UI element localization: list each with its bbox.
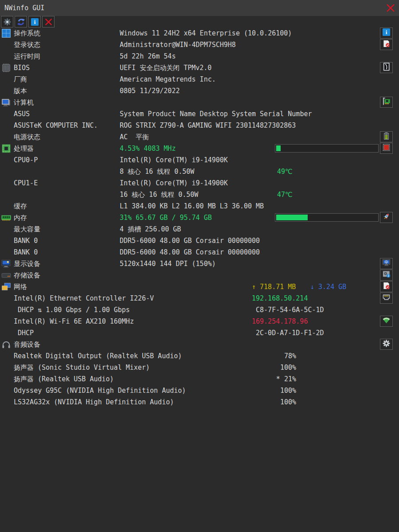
row-label: 运行时间 xyxy=(14,51,40,62)
info-row: 运行时间5d 22h 26m 54s xyxy=(0,51,399,62)
svg-text:i: i xyxy=(386,29,387,35)
refresh-button[interactable] xyxy=(15,16,27,27)
window-title: NWinfo GUI xyxy=(4,0,44,16)
row-label: BANK 0 xyxy=(14,246,38,258)
usage-progress-bar xyxy=(275,213,379,222)
wifi-icon xyxy=(382,316,391,325)
row-value: System Product Name Desktop System Seria… xyxy=(120,108,312,120)
info-row: BIOSUEFI 安全启动关闭 TPMv2.0 xyxy=(0,62,399,74)
settings-button[interactable] xyxy=(1,16,13,27)
info-row: Intel(R) Ethernet Controller I226-V192.1… xyxy=(0,293,399,304)
page-edit-button[interactable] xyxy=(380,281,393,292)
volume-percent: 78% xyxy=(248,350,296,362)
display-monitor-icon xyxy=(1,259,11,269)
row-label: 操作系统 xyxy=(14,27,40,39)
computer-monitor-icon xyxy=(1,98,11,107)
row-label: 厂商 xyxy=(14,74,27,85)
row-label: Realtek Digital Output (Realtek USB Audi… xyxy=(14,350,182,362)
row-label: 版本 xyxy=(14,85,27,97)
info-blue-icon: i xyxy=(382,28,391,36)
info-row: 计算机 xyxy=(0,97,399,108)
row-value: 5120x1440 144 DPI (150%) xyxy=(120,258,216,270)
row-label: 扬声器 (Realtek USB Audio) xyxy=(14,373,114,385)
rocket-icon xyxy=(382,212,391,221)
volume-percent: * 21% xyxy=(248,373,296,385)
page-edit-button[interactable] xyxy=(380,39,393,50)
cpu-chip-icon xyxy=(1,144,11,153)
row-label: 电源状态 xyxy=(14,131,40,143)
row-value: Administrator@WIN-4DPM7SCH9H8 xyxy=(120,39,236,51)
gear-light-button[interactable] xyxy=(380,339,393,350)
row-value: 5d 22h 26m 54s xyxy=(120,51,176,62)
row-value: Intel(R) Core(TM) i9-14900K xyxy=(120,177,228,189)
row-value: 16 核心 16 线程 0.50W xyxy=(120,189,198,200)
row-label: 计算机 xyxy=(14,97,34,108)
info-blue-icon: i xyxy=(31,18,39,26)
row-label: CPU1-E xyxy=(14,177,38,189)
firmware-doc-button[interactable] xyxy=(380,62,393,73)
row-label: 网络 xyxy=(14,281,27,293)
row-value: Intel(R) Core(TM) i9-14900K xyxy=(120,154,228,166)
rocket-button[interactable] xyxy=(380,212,393,223)
drive-info-button[interactable] xyxy=(380,270,393,281)
row-label: 最大容量 xyxy=(14,223,40,235)
about-button[interactable]: i xyxy=(28,16,41,27)
temperature-value: 47℃ xyxy=(277,189,293,200)
drive-info-icon xyxy=(382,270,391,278)
row-label: 内存 xyxy=(14,212,27,223)
refresh-icon xyxy=(17,18,25,26)
info-row: 最大容量4 插槽 256.00 GB xyxy=(0,223,399,235)
volume-percent: 100% xyxy=(248,362,296,373)
page-edit-icon xyxy=(382,39,391,48)
row-value: DDR5-6000 48.00 GB Corsair 00000000 xyxy=(120,246,260,258)
row-value: UEFI 安全启动关闭 TPMv2.0 xyxy=(120,62,211,74)
row-label: LS32AG32x (NVIDIA High Definition Audio) xyxy=(14,396,174,408)
download-traffic: ↓ 3.24 GB xyxy=(310,281,346,293)
network-address: 169.254.178.96 xyxy=(252,316,308,327)
gear-icon xyxy=(3,18,12,26)
info-row: 扬声器 (Realtek USB Audio)* 21% xyxy=(0,373,399,385)
usage-progress-fill xyxy=(276,145,281,151)
battery-button[interactable] xyxy=(380,131,393,142)
storage-drive-icon xyxy=(1,270,11,280)
close-icon[interactable] xyxy=(384,3,397,13)
row-value: 0805 11/29/2022 xyxy=(120,85,180,97)
info-blue-button[interactable]: i xyxy=(380,27,393,39)
ethernet-port-icon xyxy=(382,293,391,301)
network-computers-icon xyxy=(1,282,11,292)
row-label: 音频设备 xyxy=(14,339,40,350)
row-label: 缓存 xyxy=(14,200,27,212)
bios-chip-icon xyxy=(1,63,11,73)
row-value: DDR5-6000 48.00 GB Corsair 00000000 xyxy=(120,235,260,246)
row-value: 8 核心 16 线程 0.50W xyxy=(120,166,194,177)
cpu-red-button[interactable] xyxy=(380,143,393,154)
info-row: Intel(R) Wi-Fi 6E AX210 160MHz169.254.17… xyxy=(0,316,399,327)
network-address: 2C-0D-A7-1D-F1-2D xyxy=(252,327,324,339)
row-value: 31% 65.67 GB / 95.74 GB xyxy=(120,212,212,223)
info-row: 缓存L1 384.00 KB L2 16.00 MB L3 36.00 MB xyxy=(0,200,399,212)
info-row: 登录状态Administrator@WIN-4DPM7SCH9H8 xyxy=(0,39,399,51)
pci-card-button[interactable] xyxy=(380,97,393,108)
upload-traffic: ↑ 718.71 MB xyxy=(252,281,296,293)
row-label: Odyssey G95C (NVIDIA High Definition Aud… xyxy=(14,385,186,396)
row-value: L1 384.00 KB L2 16.00 MB L3 36.00 MB xyxy=(120,200,264,212)
page-edit-icon xyxy=(382,282,391,290)
info-row: CPU1-EIntel(R) Core(TM) i9-14900K xyxy=(0,177,399,189)
info-row: CPU0-PIntel(R) Core(TM) i9-14900K xyxy=(0,154,399,166)
monitor-info-button[interactable] xyxy=(380,258,393,269)
firmware-doc-icon xyxy=(382,63,391,71)
info-row: 显示设备5120x1440 144 DPI (150%) xyxy=(0,258,399,270)
info-row: 电源状态AC 平衡 xyxy=(0,131,399,143)
headphones-icon xyxy=(1,340,11,349)
exit-button[interactable] xyxy=(42,16,55,27)
monitor-info-icon xyxy=(382,258,391,267)
wifi-button[interactable] xyxy=(380,316,393,327)
info-row: 8 核心 16 线程 0.50W49℃ xyxy=(0,166,399,177)
row-label: Intel(R) Wi-Fi 6E AX210 160MHz xyxy=(14,316,134,327)
info-row: DHCP ⇅ 1.00 Gbps / 1.00 Gbps C8-7F-54-6A… xyxy=(0,304,399,316)
info-row: Odyssey G95C (NVIDIA High Definition Aud… xyxy=(0,385,399,396)
row-label: DHCP xyxy=(14,327,34,339)
ethernet-port-button[interactable] xyxy=(380,293,393,304)
row-label: 处理器 xyxy=(14,143,34,154)
volume-percent: 100% xyxy=(248,396,296,408)
